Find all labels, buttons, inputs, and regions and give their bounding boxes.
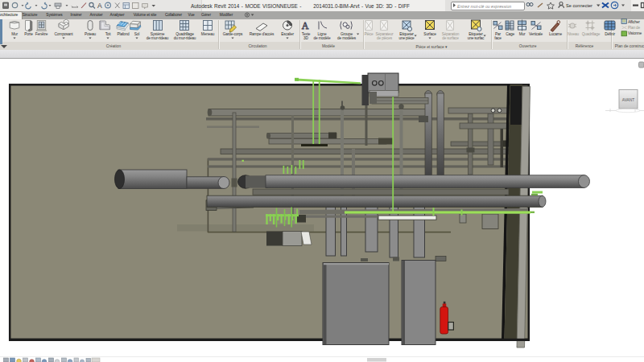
svg-text:A: A — [302, 20, 309, 31]
svg-text:AVANT: AVANT — [622, 98, 634, 102]
svg-text:A: A — [97, 2, 102, 10]
